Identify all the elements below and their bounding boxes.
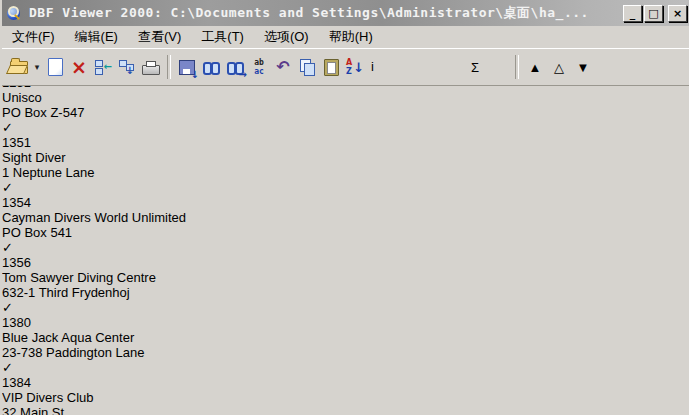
paste-icon [324,59,339,76]
delete-icon: × [71,58,87,77]
open-dropdown-button[interactable]: ▾ [31,54,43,80]
append-records-icon: ← [95,59,111,75]
find-next-button[interactable]: → [223,54,247,80]
checkmark-icon: ✓ [2,300,13,315]
goto-top-button[interactable]: ▲ [523,54,547,80]
app-icon [6,5,23,22]
new-file-button[interactable] [43,54,67,80]
append-records-button[interactable]: ← [91,54,115,80]
table-row[interactable]: ✓1384VIP Divers Club32 Main St. [2,360,689,415]
goto-previous-icon: △ [554,60,564,75]
menu-item-6[interactable]: 帮助(H) [319,26,383,48]
grid-view-button[interactable] [439,54,463,80]
info-button[interactable]: i [367,54,391,80]
find-button[interactable] [199,54,223,80]
replace-button[interactable]: abac [247,54,271,80]
toolbar-separator [515,55,519,79]
print-icon [142,65,160,75]
close-button[interactable]: × [668,5,687,22]
format-brush-button[interactable] [487,54,511,80]
copy-button[interactable] [295,54,319,80]
sort-button[interactable]: AZ↓ [343,54,367,80]
menu-item-3[interactable]: 查看(V) [128,26,191,48]
checkmark-icon: ✓ [2,360,13,375]
menu-item-4[interactable]: 工具(T) [191,26,254,48]
undo-icon: ↶ [276,59,289,75]
goto-next-button[interactable]: ▼ [571,54,595,80]
copy-structure-button[interactable]: ↓ [115,54,139,80]
table-row[interactable]: ✓1356Tom Sawyer Diving Centre632-1 Third… [2,240,689,300]
menu-item-1[interactable]: 文件(F) [2,26,65,48]
goto-top-icon: ▲ [529,60,542,75]
open-button[interactable] [7,54,31,80]
maximize-button[interactable]: □ [644,5,663,22]
toolbar: ▾ × ← ↓ ↓ → abac ↶ AZ↓ i Σ ▲ △ ▼ [2,49,689,86]
menu-bar: 文件(F)编辑(E)查看(V)工具(T)选项(O)帮助(H) [2,26,689,49]
print-button[interactable] [139,54,163,80]
open-folder-icon [10,61,28,74]
menu-item-2[interactable]: 编辑(E) [65,26,128,48]
menu-item-5[interactable]: 选项(O) [254,26,319,48]
table-row[interactable]: ✓1351Sight Diver1 Neptune Lane [2,120,689,180]
goto-next-icon: ▼ [577,60,590,75]
checkmark-icon: ✓ [2,120,13,135]
sort-az-icon: AZ↓ [346,58,364,76]
undo-button[interactable]: ↶ [271,54,295,80]
table-row[interactable]: ✓1354Cayman Divers World UnlimitedPO Box… [2,180,689,240]
find-icon [203,62,220,73]
sum-button[interactable]: Σ [463,54,487,80]
filter-builder-button[interactable] [415,54,439,80]
chevron-down-icon: ▾ [35,62,40,72]
toolbar-separator [167,55,171,79]
checkmark-icon: ✓ [2,240,13,255]
filter-button[interactable] [391,54,415,80]
title-bar: DBF Viewer 2000: C:\Documents and Settin… [2,0,689,26]
copy-icon [300,59,315,75]
new-file-icon [48,58,63,76]
export-button[interactable]: ↓ [175,54,199,80]
table-row[interactable]: ✓1380Blue Jack Aqua Center23-738 Padding… [2,300,689,360]
window-title: DBF Viewer 2000: C:\Documents and Settin… [29,4,619,22]
goto-previous-button[interactable]: △ [547,54,571,80]
checkmark-icon: ✓ [2,180,13,195]
copy-structure-icon: ↓ [119,59,135,75]
replace-icon: abac [254,58,264,76]
delete-button[interactable]: × [67,54,91,80]
paste-button[interactable] [319,54,343,80]
app-window: DBF Viewer 2000: C:\Documents and Settin… [0,0,689,415]
minimize-button[interactable]: _ [623,5,642,22]
table-body: ✓1231UniscoPO Box Z-547✓1351Sight Diver1… [2,60,689,415]
info-icon: i [371,59,387,75]
sum-icon: Σ [471,60,479,75]
